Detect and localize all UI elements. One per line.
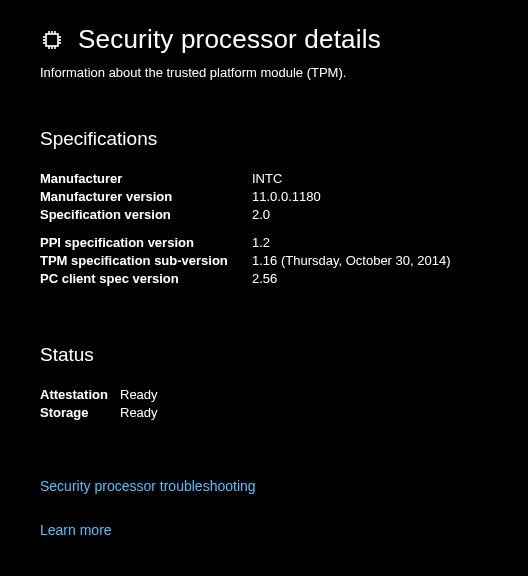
spec-label: Manufacturer version — [40, 188, 252, 206]
status-label: Storage — [40, 404, 120, 422]
page-title: Security processor details — [78, 24, 381, 55]
specs-group-1: Manufacturer INTC Manufacturer version 1… — [40, 170, 488, 224]
troubleshooting-link[interactable]: Security processor troubleshooting — [40, 478, 488, 494]
status-value: Ready — [120, 386, 158, 404]
status-heading: Status — [40, 344, 488, 366]
page-header: Security processor details — [40, 24, 488, 55]
chip-icon — [40, 28, 64, 52]
spec-label: TPM specification sub-version — [40, 252, 252, 270]
status-label: Attestation — [40, 386, 120, 404]
status-section: Attestation Ready Storage Ready — [40, 386, 488, 422]
links-section: Security processor troubleshooting Learn… — [40, 478, 488, 538]
spec-value: 1.16 (Thursday, October 30, 2014) — [252, 252, 450, 270]
spec-row: PC client spec version 2.56 — [40, 270, 488, 288]
spec-label: Specification version — [40, 206, 252, 224]
spec-value: 1.2 — [252, 234, 270, 252]
spec-value: 11.0.0.1180 — [252, 188, 321, 206]
spec-label: PPI specification version — [40, 234, 252, 252]
spec-value: 2.0 — [252, 206, 270, 224]
status-row: Storage Ready — [40, 404, 488, 422]
svg-rect-0 — [46, 34, 58, 46]
page-subtitle: Information about the trusted platform m… — [40, 65, 488, 80]
spec-label: PC client spec version — [40, 270, 252, 288]
spec-value: INTC — [252, 170, 282, 188]
spec-row: Manufacturer version 11.0.0.1180 — [40, 188, 488, 206]
spec-value: 2.56 — [252, 270, 277, 288]
spec-row: Specification version 2.0 — [40, 206, 488, 224]
learn-more-link[interactable]: Learn more — [40, 522, 488, 538]
spec-row: PPI specification version 1.2 — [40, 234, 488, 252]
spec-row: Manufacturer INTC — [40, 170, 488, 188]
status-row: Attestation Ready — [40, 386, 488, 404]
specifications-heading: Specifications — [40, 128, 488, 150]
status-value: Ready — [120, 404, 158, 422]
specifications-section: Manufacturer INTC Manufacturer version 1… — [40, 170, 488, 288]
spec-label: Manufacturer — [40, 170, 252, 188]
spec-row: TPM specification sub-version 1.16 (Thur… — [40, 252, 488, 270]
specs-group-2: PPI specification version 1.2 TPM specif… — [40, 234, 488, 288]
